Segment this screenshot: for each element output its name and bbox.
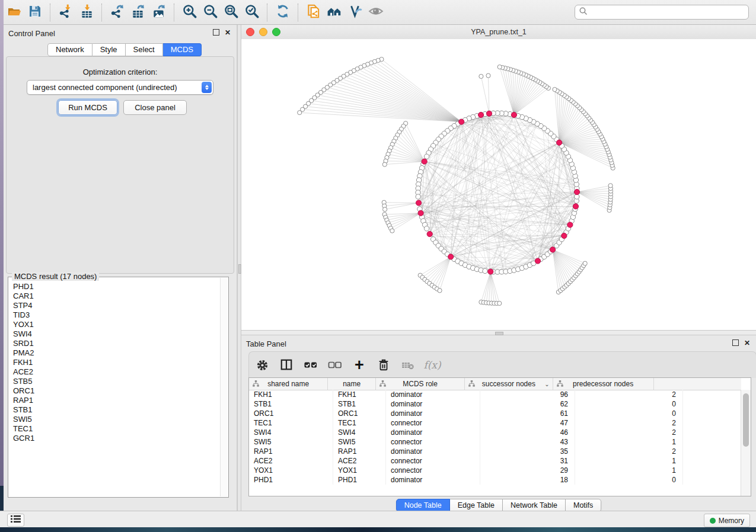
table-scrollbar[interactable] <box>741 390 751 496</box>
table-cell[interactable]: 1 <box>575 456 683 466</box>
tab-motifs[interactable]: Motifs <box>566 499 601 512</box>
export-network-button[interactable] <box>107 2 127 23</box>
table-cell[interactable]: SWI5 <box>249 437 333 447</box>
new-network-from-selection-button[interactable] <box>303 2 324 23</box>
panel-list-button[interactable] <box>7 514 24 527</box>
mcds-node[interactable] <box>573 204 578 209</box>
table-settings-button[interactable] <box>255 358 269 372</box>
table-cell[interactable]: 2 <box>575 390 683 399</box>
mcds-result-item[interactable]: TID3 <box>9 310 221 320</box>
tab-node-table[interactable]: Node Table <box>396 499 450 512</box>
mcds-result-item[interactable]: STB1 <box>9 405 221 415</box>
table-cell[interactable]: STB1 <box>333 399 386 409</box>
network-canvas[interactable] <box>241 39 756 330</box>
table-cell[interactable]: 0 <box>575 409 683 418</box>
mcds-node[interactable] <box>479 112 484 117</box>
table-cell[interactable]: dominator <box>386 428 480 437</box>
add-column-button[interactable]: + <box>352 358 366 372</box>
table-row[interactable]: SWI5SWI5connector431 <box>249 437 741 447</box>
tab-mcds[interactable]: MCDS <box>163 43 202 56</box>
table-cell[interactable]: 1 <box>575 466 683 475</box>
zoom-out-button[interactable] <box>200 2 221 23</box>
float-panel-icon[interactable] <box>213 29 219 36</box>
mcds-node[interactable] <box>488 269 493 274</box>
select-all-button[interactable] <box>304 358 318 372</box>
table-cell[interactable]: 61 <box>480 409 575 418</box>
table-cell[interactable]: FKH1 <box>333 390 386 399</box>
graphics-details-button[interactable] <box>324 2 344 23</box>
table-cell[interactable]: connector <box>386 466 480 475</box>
import-network-button[interactable] <box>55 2 76 23</box>
scrollbar-thumb[interactable] <box>743 393 749 447</box>
apply-function-button[interactable]: f(x) <box>425 358 439 372</box>
table-cell[interactable]: connector <box>386 456 480 466</box>
zoom-in-button[interactable] <box>179 2 200 23</box>
mcds-result-item[interactable]: PHD1 <box>9 282 221 291</box>
table-row[interactable]: SWI4SWI4dominator462 <box>249 428 741 437</box>
tab-edge-table[interactable]: Edge Table <box>450 499 503 512</box>
mcds-node[interactable] <box>486 111 492 116</box>
column-header-MCDS-role[interactable]: MCDS role <box>376 378 465 390</box>
mcds-result-item[interactable]: YOX1 <box>9 320 221 329</box>
column-header-shared-name[interactable]: shared name <box>249 378 328 390</box>
mcds-result-item[interactable]: FKH1 <box>9 358 221 367</box>
table-cell[interactable]: 2 <box>575 428 683 437</box>
mcds-result-item[interactable]: PMA2 <box>9 348 221 358</box>
tab-network-table[interactable]: Network Table <box>503 499 566 512</box>
table-cell[interactable]: connector <box>386 437 480 447</box>
table-cell[interactable]: SWI4 <box>333 428 386 437</box>
float-panel-icon[interactable] <box>732 339 739 346</box>
table-cell[interactable]: dominator <box>386 447 480 456</box>
mcds-node[interactable] <box>557 140 562 145</box>
table-cell[interactable]: TEC1 <box>333 418 386 428</box>
table-cell[interactable]: TEC1 <box>249 418 333 428</box>
mcds-node[interactable] <box>511 112 516 117</box>
table-cell[interactable]: FKH1 <box>249 390 333 399</box>
mcds-result-item[interactable]: GCR1 <box>9 434 221 443</box>
table-cell[interactable]: 62 <box>480 399 575 409</box>
mcds-node[interactable] <box>416 200 422 206</box>
table-row[interactable]: TEC1TEC1connector472 <box>249 418 741 428</box>
sort-menu-icon[interactable]: ⌄ <box>544 381 549 387</box>
delete-column-button[interactable] <box>377 358 391 372</box>
table-cell[interactable]: dominator <box>386 390 480 399</box>
mcds-result-item[interactable]: STB5 <box>9 377 221 386</box>
mcds-node[interactable] <box>418 210 423 216</box>
table-cell[interactable]: ORC1 <box>333 409 386 418</box>
table-cell[interactable]: ACE2 <box>249 456 333 466</box>
table-cell[interactable]: 46 <box>480 428 575 437</box>
export-table-button[interactable] <box>127 2 148 23</box>
mcds-result-item[interactable]: SWI5 <box>9 415 221 424</box>
table-cell[interactable]: dominator <box>386 409 480 418</box>
table-cell[interactable]: SWI5 <box>333 437 386 447</box>
zoom-selected-button[interactable] <box>241 2 262 23</box>
mcds-result-item[interactable]: ACE2 <box>9 367 221 377</box>
mcds-node[interactable] <box>535 258 540 264</box>
mcds-node[interactable] <box>562 233 567 238</box>
table-row[interactable]: FKH1FKH1dominator962 <box>249 390 741 399</box>
table-row[interactable]: RAP1RAP1dominator352 <box>249 447 741 456</box>
table-cell[interactable]: YOX1 <box>333 466 386 475</box>
mcds-result-item[interactable]: CAR1 <box>9 291 221 301</box>
export-image-button[interactable] <box>148 2 169 23</box>
table-cell[interactable]: 31 <box>480 456 575 466</box>
close-panel-icon[interactable]: ✕ <box>744 340 750 346</box>
mcds-node[interactable] <box>422 159 427 164</box>
apply-layout-button[interactable] <box>272 2 293 23</box>
network-graph[interactable] <box>241 39 756 330</box>
table-cell[interactable]: ORC1 <box>249 409 333 418</box>
save-session-button[interactable] <box>24 2 45 23</box>
table-cell[interactable]: 0 <box>575 475 683 485</box>
table-cell[interactable]: 2 <box>575 447 683 456</box>
zoom-fit-button[interactable] <box>221 2 241 23</box>
table-cell[interactable]: 43 <box>480 437 575 447</box>
table-cell[interactable]: 18 <box>480 475 575 485</box>
table-cell[interactable]: dominator <box>386 475 480 485</box>
mcds-node[interactable] <box>567 222 573 227</box>
network-window-titlebar[interactable]: YPA_prune.txt_1 <box>241 25 756 40</box>
table-row[interactable]: ACE2ACE2connector311 <box>249 456 741 466</box>
run-mcds-button[interactable]: Run MCDS <box>58 100 117 115</box>
mcds-node[interactable] <box>448 254 454 259</box>
network-overview-button[interactable] <box>365 2 386 23</box>
import-table-button[interactable] <box>76 2 97 23</box>
